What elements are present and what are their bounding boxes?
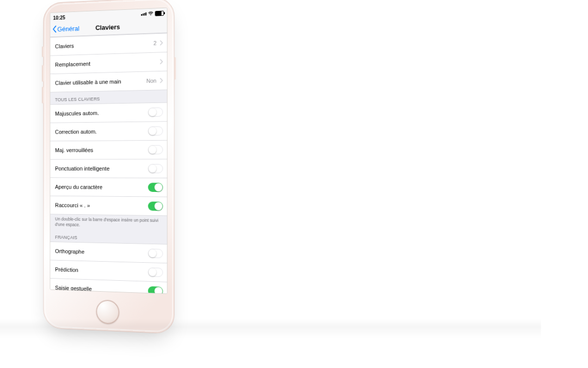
group-all-keyboards: Majuscules autom. Correction autom. Maj.…	[50, 102, 167, 216]
mute-switch	[42, 46, 44, 57]
section-footer-all: Un double-clic sur la barre d'espace ins…	[50, 214, 167, 232]
volume-up-button	[42, 65, 44, 82]
row-label: Clavier utilisable à une main	[55, 78, 143, 86]
status-time: 10:25	[53, 15, 65, 21]
toggle-majuscules-autom[interactable]	[148, 107, 163, 117]
back-button[interactable]: Général	[52, 21, 79, 37]
row-label: Claviers	[55, 40, 150, 50]
row-value: 2	[154, 40, 157, 46]
chevron-right-icon	[160, 40, 163, 46]
cellular-signal-icon	[141, 13, 146, 16]
toggle-prediction[interactable]	[148, 268, 163, 277]
row-label: Raccourci « . »	[55, 202, 145, 209]
toggle-maj-verrouillees[interactable]	[148, 145, 163, 154]
volume-down-button	[42, 87, 44, 104]
row-label: Orthographe	[55, 248, 145, 256]
row-correction-autom[interactable]: Correction autom.	[50, 121, 167, 141]
row-label: Prédiction	[55, 267, 145, 275]
row-orthographe[interactable]: Orthographe	[50, 242, 167, 263]
row-label: Maj. verrouillées	[55, 147, 145, 153]
chevron-left-icon	[52, 26, 57, 33]
battery-icon	[155, 11, 164, 16]
power-button	[174, 57, 176, 80]
iphone-device-frame: 10:25 Général Claviers	[43, 0, 174, 334]
toggle-correction-autom[interactable]	[148, 126, 163, 136]
row-maj-verrouillees[interactable]: Maj. verrouillées	[50, 140, 167, 159]
row-ponctuation[interactable]: Ponctuation intelligente	[50, 159, 167, 178]
row-label: Remplacement	[55, 59, 156, 68]
wifi-icon	[148, 11, 154, 17]
row-une-main[interactable]: Clavier utilisable à une main Non	[50, 71, 167, 93]
group-francais: Orthographe Prédiction Saisie gestuelle …	[50, 242, 167, 294]
back-label: Général	[57, 25, 79, 33]
toggle-apercu[interactable]	[148, 183, 163, 192]
group-top: Claviers 2 Remplacement Clavier utilisab…	[50, 33, 167, 92]
row-apercu[interactable]: Aperçu du caractère	[50, 177, 167, 196]
row-remplacement[interactable]: Remplacement	[50, 52, 167, 74]
row-label: Aperçu du caractère	[55, 184, 145, 190]
screen: 10:25 Général Claviers	[50, 8, 168, 294]
row-label: Majuscules autom.	[55, 109, 145, 116]
toggle-saisie-gestuelle[interactable]	[148, 286, 163, 294]
row-label: Saisie gestuelle	[55, 285, 145, 294]
toggle-ponctuation[interactable]	[148, 164, 163, 173]
row-label: Ponctuation intelligente	[55, 166, 145, 172]
toggle-orthographe[interactable]	[148, 249, 163, 258]
home-button[interactable]	[96, 299, 119, 324]
chevron-right-icon	[160, 78, 163, 83]
row-value: Non	[146, 77, 156, 84]
chevron-right-icon	[160, 59, 163, 64]
toggle-raccourci[interactable]	[148, 202, 163, 211]
row-raccourci[interactable]: Raccourci « . »	[50, 196, 167, 216]
row-label: Correction autom.	[55, 128, 145, 135]
row-majuscules-autom[interactable]: Majuscules autom.	[50, 102, 167, 123]
